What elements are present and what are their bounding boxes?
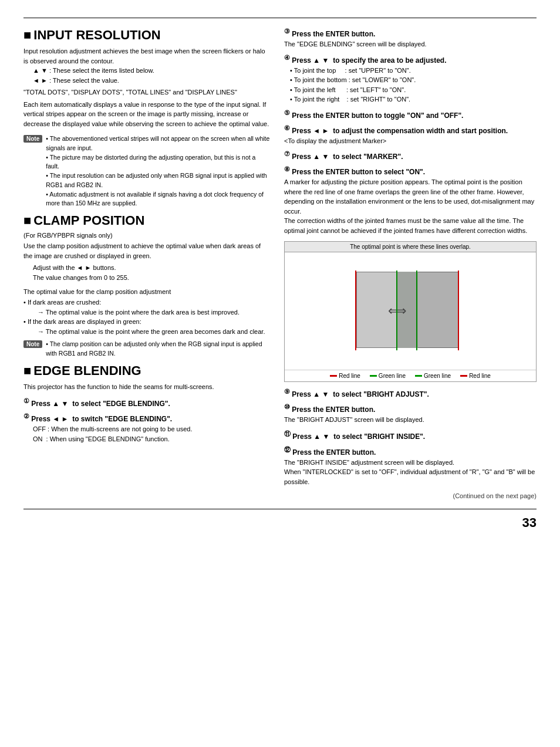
section-edge-blending: EDGE BLENDING This projector has the fun… (23, 363, 270, 444)
edge-blending-step4: ④ Press ▲ ▼ to specify the area to be ad… (284, 54, 537, 104)
edge-blending-title: EDGE BLENDING (23, 363, 270, 378)
clamp-position-subtitle: (For RGB/YPBPR signals only) (23, 232, 270, 239)
page-container: INPUT RESOLUTION Input resolution adjust… (23, 18, 537, 530)
diagram-footer: Red line Green line Green line Red line (285, 370, 536, 381)
input-resolution-notes: Note The abovementioned vertical stripes… (23, 134, 270, 208)
edge-blending-step1: ① Press ▲ ▼ to select "EDGE BLENDING". (23, 397, 270, 408)
edge-blending-step2: ② Press ◄ ► to switch "EDGE BLENDING". O… (23, 413, 270, 444)
input-resolution-title: INPUT RESOLUTION (23, 28, 270, 43)
two-col-layout: INPUT RESOLUTION Input resolution adjust… (23, 28, 537, 499)
input-resolution-intro: Input resolution adjustment achieves the… (23, 46, 270, 129)
diagram-label: The optimal point is where these lines o… (285, 242, 536, 252)
section-clamp-position: CLAMP POSITION (For RGB/YPBPR signals on… (23, 213, 270, 359)
edge-blending-step11: ⑪ Press ▲ ▼ to select "BRIGHT INSIDE". (284, 430, 537, 441)
edge-blending-step7: ⑦ Press ▲ ▼ to select "MARKER". (284, 150, 537, 161)
edge-blending-step9: ⑨ Press ▲ ▼ to select "BRIGHT ADJUST". (284, 388, 537, 398)
clamp-position-title: CLAMP POSITION (23, 213, 270, 228)
right-column: ③ Press the ENTER button. The "EDGE BLEN… (284, 28, 537, 499)
left-column: INPUT RESOLUTION Input resolution adjust… (23, 28, 270, 499)
bottom-border (23, 509, 537, 509)
edge-blending-step10: ⑩ Press the ENTER button. The "BRIGHT AD… (284, 403, 537, 425)
diagram-visual: ⟺ (285, 252, 536, 370)
edge-blending-step12: ⑫ Press the ENTER button. The "BRIGHT IN… (284, 445, 537, 487)
edge-blending-step3: ③ Press the ENTER button. The "EDGE BLEN… (284, 28, 537, 49)
overlap-diagram: The optimal point is where these lines o… (284, 241, 537, 382)
edge-blending-step5: ⑤ Press the ENTER button to toggle "ON" … (284, 109, 537, 120)
edge-blending-step8: ⑧ Press the ENTER button to select "ON".… (284, 165, 537, 235)
section-input-resolution: INPUT RESOLUTION Input resolution adjust… (23, 28, 270, 208)
top-border (23, 18, 537, 18)
edge-blending-step6: ⑥ Press ◄ ► to adjust the compensation w… (284, 124, 537, 146)
continued-note: (Continued on the next page) (284, 492, 537, 499)
page-number: 33 (23, 515, 537, 530)
clamp-position-notes: Note The clamp position can be adjusted … (23, 340, 270, 359)
diagram-inner: ⟺ (346, 261, 475, 361)
